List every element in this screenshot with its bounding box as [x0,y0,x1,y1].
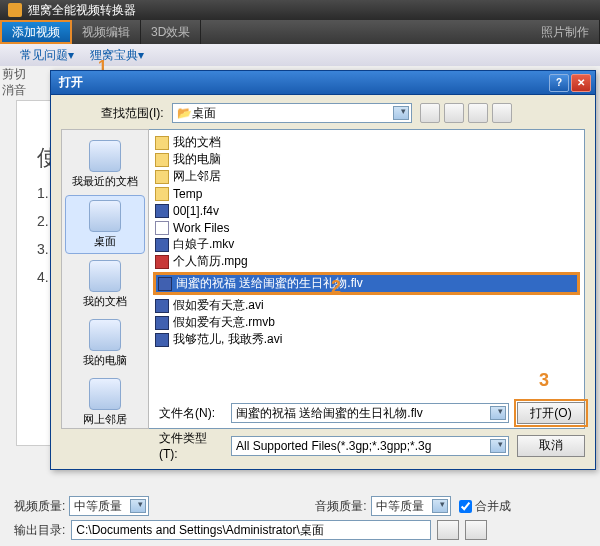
video-edit-button[interactable]: 视频编辑 [72,20,141,44]
annotation-3: 3 [539,370,549,391]
main-toolbar: 添加视频 视频编辑 3D效果 照片制作 [0,20,600,44]
file-icon [155,170,169,184]
file-icon [155,316,169,330]
nav-back-button[interactable] [420,103,440,123]
file-item[interactable]: 白娘子.mkv [153,236,580,253]
browse-output-button[interactable] [437,520,459,540]
cancel-button[interactable]: 取消 [517,435,585,457]
video-quality-label: 视频质量: [14,498,65,515]
file-name: 网上邻居 [173,168,221,185]
file-icon [155,136,169,150]
file-item[interactable]: Temp [153,185,580,202]
merge-checkbox-input[interactable] [459,500,472,513]
3d-effect-button[interactable]: 3D效果 [141,20,201,44]
app-titlebar: 狸窝全能视频转换器 [0,0,600,20]
close-button[interactable]: ✕ [571,74,591,92]
nav-up-button[interactable] [444,103,464,123]
help-button[interactable]: ? [549,74,569,92]
mydocs-icon [89,260,121,292]
open-output-button[interactable] [465,520,487,540]
dialog-titlebar: 打开 ? ✕ [51,71,595,95]
left-tools: 剪切 消音 [2,66,42,98]
place-mydocs[interactable]: 我的文档 [65,256,145,313]
file-icon [155,153,169,167]
nav-newfolder-button[interactable] [468,103,488,123]
file-list[interactable]: 我的文档我的电脑网上邻居Temp00[1].f4vWork Files白娘子.m… [149,129,585,429]
file-name: 白娘子.mkv [173,236,234,253]
audio-quality-select[interactable]: 中等质量 [371,496,451,516]
file-icon [155,238,169,252]
file-item[interactable]: 我的文档 [153,134,580,151]
file-name: 我的电脑 [173,151,221,168]
dialog-title: 打开 [59,74,83,91]
recent-icon [89,140,121,172]
file-name: Temp [173,187,202,201]
mute-label: 消音 [2,82,42,98]
mycomputer-icon [89,319,121,351]
file-name: Work Files [173,221,229,235]
output-dir-input[interactable] [71,520,431,540]
place-desktop[interactable]: 桌面 [65,195,145,254]
file-icon [155,299,169,313]
highlight-box: 闺蜜的祝福 送给闺蜜的生日礼物.flv [153,272,580,295]
filetype-select[interactable]: All Supported Files(*.3gp;*.3gpp;*.3g [231,436,509,456]
file-icon [155,187,169,201]
nav-viewmode-button[interactable] [492,103,512,123]
add-video-button[interactable]: 添加视频 [0,20,72,44]
lookin-select[interactable]: 📂 桌面 [172,103,412,123]
faq-link[interactable]: 常见问题▾ [20,47,74,64]
audio-quality-label: 音频质量: [315,498,366,515]
place-recent[interactable]: 我最近的文档 [65,136,145,193]
lookin-row: 查找范围(I): 📂 桌面 [101,103,585,123]
file-item[interactable]: 闺蜜的祝福 送给闺蜜的生日礼物.flv [156,275,577,292]
output-dir-label: 输出目录: [14,522,65,539]
lookin-label: 查找范围(I): [101,105,164,122]
open-file-dialog: 打开 ? ✕ 2 3 查找范围(I): 📂 桌面 我最近的文档 桌面 我的文档 … [50,70,596,470]
file-icon [155,221,169,235]
file-icon [155,204,169,218]
filetype-label: 文件类型(T): [159,430,223,461]
file-item[interactable]: 我的电脑 [153,151,580,168]
file-name: 我的文档 [173,134,221,151]
file-name: 假如爱有天意.avi [173,297,264,314]
annotation-2: 2 [331,277,341,298]
file-item[interactable]: 网上邻居 [153,168,580,185]
file-item[interactable]: 我够范儿, 我敢秀.avi [153,331,580,348]
app-logo-icon [8,3,22,17]
file-name: 00[1].f4v [173,204,219,218]
desktop-icon [89,200,121,232]
filename-label: 文件名(N): [159,405,223,422]
file-name: 假如爱有天意.rmvb [173,314,275,331]
merge-checkbox[interactable]: 合并成 [459,498,511,515]
file-item[interactable]: 假如爱有天意.rmvb [153,314,580,331]
place-network[interactable]: 网上邻居 [65,374,145,431]
open-button[interactable]: 打开(O) [517,402,585,424]
app-title: 狸窝全能视频转换器 [28,2,136,19]
file-icon [155,255,169,269]
quality-bar: 视频质量: 中等质量 音频质量: 中等质量 合并成 [14,496,600,516]
file-name: 我够范儿, 我敢秀.avi [173,331,282,348]
link-bar: 常见问题▾ 狸窝宝典▾ [0,44,600,66]
merge-label: 合并成 [475,498,511,515]
places-bar: 我最近的文档 桌面 我的文档 我的电脑 网上邻居 [61,129,149,429]
file-name: 个人简历.mpg [173,253,248,270]
video-quality-select[interactable]: 中等质量 [69,496,149,516]
cut-label: 剪切 [2,66,42,82]
file-icon [158,277,172,291]
file-item[interactable]: Work Files [153,219,580,236]
file-item[interactable]: 00[1].f4v [153,202,580,219]
file-icon [155,333,169,347]
output-bar: 输出目录: [14,520,600,540]
place-mycomputer[interactable]: 我的电脑 [65,315,145,372]
network-icon [89,378,121,410]
filename-input[interactable]: 闺蜜的祝福 送给闺蜜的生日礼物.flv [231,403,509,423]
photo-make-button[interactable]: 照片制作 [531,20,600,44]
file-item[interactable]: 个人简历.mpg [153,253,580,270]
file-item[interactable]: 假如爱有天意.avi [153,297,580,314]
